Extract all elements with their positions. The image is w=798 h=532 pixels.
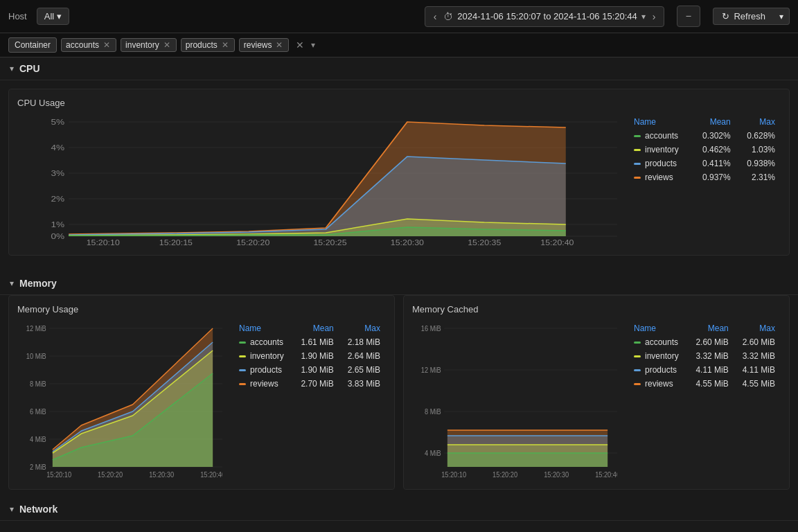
mem-usage-accounts-row: accounts 1.61 MiB 2.18 MiB (233, 335, 386, 349)
filter-tag-inventory-close[interactable]: ✕ (162, 41, 172, 49)
cpu-legend-name-header: Name (628, 115, 691, 129)
mem-usage-accounts-name: accounts (233, 335, 293, 349)
time-forward-button[interactable]: › (650, 10, 659, 24)
memory-cached-title: Memory Cached (412, 304, 781, 314)
svg-text:5%: 5% (51, 118, 64, 126)
svg-text:15:20:15: 15:20:15 (159, 239, 193, 247)
svg-text:15:20:10: 15:20:10 (441, 471, 466, 479)
filter-tag-inventory: inventory ✕ (121, 38, 177, 52)
mem-cached-inventory-max: 3.32 MiB (734, 349, 781, 363)
memory-chevron-icon: ▾ (10, 278, 14, 288)
svg-text:12 MiB: 12 MiB (26, 325, 46, 332)
cpu-legend-accounts-max: 0.628% (736, 129, 781, 143)
cpu-legend-products-max: 0.938% (736, 157, 781, 170)
filter-tag-accounts-close[interactable]: ✕ (102, 41, 112, 49)
cpu-chart-with-legend: 5% 4% 3% 2% 1% 0% 15:20:10 15:20:15 15:2… (17, 115, 781, 247)
svg-text:15:20:20: 15:20:20 (236, 239, 269, 247)
mem-usage-inventory-mean: 1.90 MiB (293, 349, 339, 363)
svg-text:4 MiB: 4 MiB (30, 436, 46, 443)
mem-cached-products-max: 4.11 MiB (734, 363, 781, 377)
svg-text:8 MiB: 8 MiB (30, 380, 46, 388)
cpu-legend-max-header: Max (736, 115, 781, 129)
time-section: ‹ ⏱ 2024-11-06 15:20:07 to 2024-11-06 15… (425, 6, 665, 27)
mc-reviews-color (634, 383, 641, 385)
memory-usage-chart-with-legend: 12 MiB 10 MiB 8 MiB 6 MiB 4 MiB 2 MiB 15… (17, 321, 386, 481)
mem-cached-products-mean: 4.11 MiB (688, 363, 734, 377)
refresh-icon: ↻ (722, 11, 729, 21)
cpu-chevron-icon: ▾ (10, 64, 14, 73)
filter-tag-products-label: products (186, 40, 218, 50)
mem-cached-reviews-name: reviews (628, 377, 688, 391)
filter-tag-reviews-close[interactable]: ✕ (274, 41, 284, 49)
cpu-chart-area: 5% 4% 3% 2% 1% 0% 15:20:10 15:20:15 15:2… (17, 115, 617, 247)
svg-text:15:20:25: 15:20:25 (314, 239, 347, 247)
svg-text:6 MiB: 6 MiB (30, 408, 46, 416)
mem-usage-reviews-mean: 2.70 MiB (293, 377, 339, 391)
memory-cached-chart-with-legend: 16 MiB 12 MiB 8 MiB 4 MiB 15:20:10 15:20… (412, 321, 781, 481)
memory-section-header[interactable]: ▾ Memory (0, 272, 798, 295)
cpu-charts-container: CPU Usage 5% 4% 3% 2% (0, 80, 798, 272)
mu-reviews-color (239, 383, 246, 385)
svg-text:15:20:30: 15:20:30 (149, 471, 174, 479)
cpu-legend-inventory-max: 1.03% (736, 143, 781, 157)
refresh-dropdown-button[interactable]: ▾ (774, 8, 790, 25)
mem-usage-mean-header: Mean (293, 321, 339, 335)
mem-cached-products-row: products 4.11 MiB 4.11 MiB (628, 363, 781, 377)
memory-cached-svg: 16 MiB 12 MiB 8 MiB 4 MiB 15:20:10 15:20… (412, 321, 617, 481)
mem-usage-accounts-mean: 1.61 MiB (293, 335, 339, 349)
network-section-header[interactable]: ▾ Network (0, 498, 798, 521)
svg-text:10 MiB: 10 MiB (26, 353, 46, 360)
host-label: Host (8, 11, 27, 21)
clock-icon: ⏱ (443, 11, 453, 22)
svg-text:2%: 2% (51, 195, 64, 203)
memory-cached-chart-area: 16 MiB 12 MiB 8 MiB 4 MiB 15:20:10 15:20… (412, 321, 617, 481)
svg-text:8 MiB: 8 MiB (425, 408, 441, 416)
memory-cached-legend: Name Mean Max accounts 2.60 MiB 2.60 MiB (628, 321, 781, 481)
accounts-color-indicator (634, 135, 641, 137)
svg-text:2 MiB: 2 MiB (30, 463, 46, 471)
zoom-out-button[interactable]: － (677, 6, 700, 27)
cpu-legend-products: products 0.411% 0.938% (628, 157, 781, 170)
cpu-usage-title: CPU Usage (17, 98, 781, 108)
cpu-section-header[interactable]: ▾ CPU (0, 57, 798, 80)
filter-tag-reviews: reviews ✕ (239, 38, 290, 52)
cpu-legend-products-mean: 0.411% (691, 157, 736, 170)
cpu-chart-svg: 5% 4% 3% 2% 1% 0% 15:20:10 15:20:15 15:2… (17, 115, 617, 247)
time-back-button[interactable]: ‹ (431, 10, 440, 24)
svg-text:15:20:40: 15:20:40 (595, 471, 617, 479)
filter-clear-button[interactable]: ✕ (293, 38, 307, 52)
mu-accounts-color (239, 342, 246, 344)
svg-text:1%: 1% (51, 220, 64, 229)
all-dropdown[interactable]: All ▾ (37, 8, 69, 25)
mem-usage-inventory-max: 2.64 MiB (339, 349, 386, 363)
svg-text:16 MiB: 16 MiB (421, 325, 441, 332)
cpu-legend-mean-header: Mean (691, 115, 736, 129)
memory-usage-card: Memory Usage 12 MiB 10 MiB 8 MiB (8, 295, 395, 490)
time-chevron-button[interactable]: ▾ (641, 12, 646, 21)
filter-tag-accounts: accounts ✕ (61, 38, 116, 52)
network-section: ▾ Network (0, 498, 798, 521)
cpu-legend-inventory-name: inventory (628, 143, 691, 157)
filter-tag-products-close[interactable]: ✕ (220, 41, 230, 49)
memory-charts-row: Memory Usage 12 MiB 10 MiB 8 MiB (0, 295, 798, 498)
mu-products-color (239, 369, 246, 371)
cpu-legend-inventory: inventory 0.462% 1.03% (628, 143, 781, 157)
refresh-button[interactable]: ↻ Refresh (713, 8, 774, 25)
mem-cached-inventory-row: inventory 3.32 MiB 3.32 MiB (628, 349, 781, 363)
mem-cached-reviews-max: 4.55 MiB (734, 377, 781, 391)
svg-text:15:20:30: 15:20:30 (391, 239, 424, 247)
svg-text:15:20:35: 15:20:35 (468, 239, 501, 247)
mc-accounts-color (634, 342, 641, 344)
filter-expand-button[interactable]: ▾ (311, 40, 315, 50)
filter-tag-products: products ✕ (181, 38, 235, 52)
cpu-legend-accounts-mean: 0.302% (691, 129, 736, 143)
mem-cached-inventory-name: inventory (628, 349, 688, 363)
svg-text:15:20:20: 15:20:20 (98, 471, 123, 479)
mem-cached-reviews-mean: 4.55 MiB (688, 377, 734, 391)
mem-usage-inventory-row: inventory 1.90 MiB 2.64 MiB (233, 349, 386, 363)
cpu-usage-card: CPU Usage 5% 4% 3% 2% (8, 89, 790, 256)
cpu-section: ▾ CPU CPU Usage 5% 4% (0, 57, 798, 272)
svg-text:15:20:10: 15:20:10 (46, 471, 71, 479)
mem-usage-reviews-row: reviews 2.70 MiB 3.83 MiB (233, 377, 386, 391)
mem-usage-max-header: Max (339, 321, 386, 335)
